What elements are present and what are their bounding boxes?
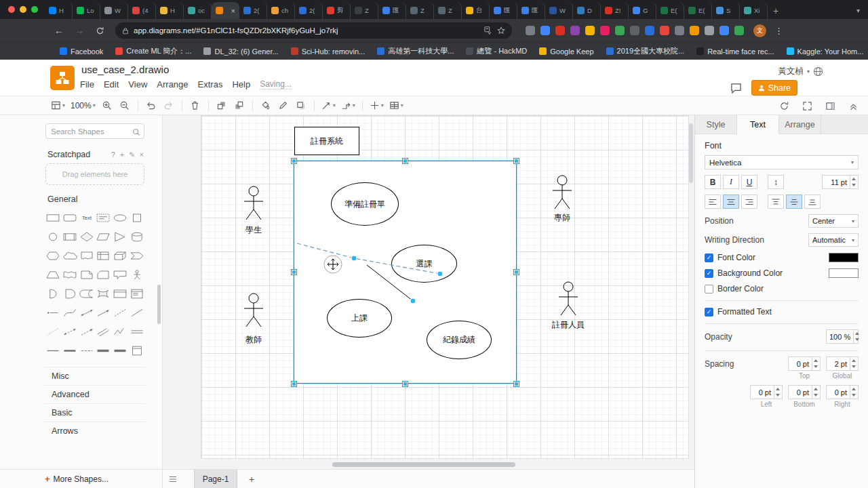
comments-icon[interactable] — [730, 83, 742, 94]
shape-actor[interactable] — [128, 265, 145, 284]
bookmark-item[interactable]: 高雄第一科技大學... — [377, 46, 454, 56]
shape-line[interactable] — [128, 303, 145, 322]
shape-textbox[interactable] — [95, 208, 112, 227]
browser-tab[interactable]: S — [712, 2, 740, 19]
shape-text[interactable]: Text — [78, 208, 95, 227]
writing-direction-select[interactable]: Automatic▾ — [808, 233, 859, 247]
back-button[interactable]: ← — [50, 22, 68, 39]
shape-list[interactable] — [128, 284, 145, 303]
section-general[interactable]: General — [47, 195, 142, 204]
valign-top-button[interactable] — [768, 195, 784, 209]
user-menu-chevron-icon[interactable]: ▾ — [807, 68, 810, 75]
vertical-text-button[interactable]: ↕ — [768, 175, 784, 189]
scratchpad-add-icon[interactable]: + — [120, 150, 124, 159]
border-color-checkbox[interactable] — [705, 285, 713, 293]
browser-tab[interactable]: Xi — [740, 2, 768, 19]
shape-bold-line[interactable] — [95, 341, 112, 360]
selection-handle-w[interactable] — [292, 270, 296, 274]
extension-icon[interactable] — [585, 26, 595, 35]
shape-tape[interactable] — [62, 265, 79, 284]
insert-button[interactable]: ▾ — [368, 98, 386, 114]
extension-icon[interactable] — [555, 26, 565, 35]
reset-view-button[interactable] — [776, 98, 792, 114]
search-shapes-input[interactable] — [45, 123, 144, 139]
menu-file[interactable]: File — [80, 79, 94, 89]
browser-tab[interactable]: E( — [656, 2, 684, 19]
shape-or[interactable] — [45, 284, 62, 303]
shape-curve[interactable] — [62, 303, 79, 322]
opacity-spin[interactable] — [853, 330, 858, 343]
shape-arrow[interactable] — [95, 303, 112, 322]
browser-tab[interactable]: H — [45, 2, 73, 19]
shape-bidirectional-arrow[interactable] — [78, 303, 95, 322]
fullscreen-button[interactable] — [799, 98, 815, 114]
menu-help[interactable]: Help — [232, 79, 250, 89]
shape-document[interactable] — [78, 246, 95, 265]
extension-icon[interactable] — [675, 26, 684, 35]
shape-diamond[interactable] — [78, 227, 95, 246]
page-tab[interactable]: Page-1 — [194, 470, 237, 488]
shape-data-storage[interactable] — [78, 284, 95, 303]
browser-menu-icon[interactable]: ⋮ — [770, 26, 787, 36]
format-panel-toggle-button[interactable] — [822, 98, 838, 114]
font-family-select[interactable]: Helvetica ▾ — [705, 155, 859, 169]
shape-trapezoid[interactable] — [45, 265, 62, 284]
shape-internal-storage[interactable] — [95, 246, 112, 265]
font-color-checkbox[interactable] — [705, 253, 713, 262]
shape-triangle[interactable] — [112, 227, 129, 246]
shape-step[interactable] — [128, 246, 145, 265]
to-front-button[interactable] — [214, 98, 230, 114]
actor-label-student[interactable]: 學生 — [230, 224, 277, 236]
diagram-canvas[interactable]: 註冊系統 準備註冊單 選課 上課 紀錄成績 學生 教師 專師 註冊人員 — [163, 115, 694, 469]
extension-icon[interactable] — [600, 26, 610, 35]
bookmark-item[interactable]: Kaggle: Your Hom... — [787, 47, 864, 56]
menu-extras[interactable]: Extras — [198, 79, 223, 89]
usecase-attend-class[interactable]: 上課 — [327, 299, 392, 338]
undo-button[interactable] — [143, 98, 159, 114]
collapse-toolbar-button[interactable] — [845, 98, 861, 114]
scratchpad-close-icon[interactable]: × — [140, 150, 144, 159]
browser-tab[interactable]: ch — [267, 2, 295, 19]
underline-button[interactable]: U — [741, 175, 757, 189]
section-misc[interactable]: Misc — [45, 367, 145, 385]
new-tab-button[interactable]: + — [768, 2, 784, 19]
section-advanced[interactable]: Advanced — [45, 385, 145, 403]
usecase-record-grades[interactable]: 紀錄成績 — [427, 321, 492, 359]
tab-text[interactable]: Text — [737, 115, 779, 134]
spacing-top-stepper[interactable]: 0 pt — [788, 357, 821, 371]
background-color-swatch[interactable] — [829, 268, 859, 278]
menu-arrange[interactable]: Arrange — [157, 79, 188, 89]
section-basic[interactable]: Basic — [45, 403, 145, 422]
align-right-button[interactable] — [741, 195, 757, 209]
menu-view[interactable]: View — [128, 79, 147, 89]
spacing-global-stepper[interactable]: 2 pt — [826, 357, 859, 371]
font-size-stepper[interactable]: 11 pt — [822, 175, 859, 189]
shape-horizontal-rule[interactable] — [62, 341, 79, 360]
actor-label-teacher[interactable]: 教師 — [230, 334, 277, 346]
valign-bottom-button[interactable] — [804, 195, 821, 209]
shape-list-item[interactable] — [45, 303, 62, 322]
extension-icon[interactable] — [719, 26, 729, 35]
browser-tab[interactable]: 匯 — [378, 2, 406, 19]
usecase-prepare-registration-form[interactable]: 準備註冊單 — [331, 182, 399, 226]
shape-switch[interactable] — [95, 284, 112, 303]
shape-container[interactable] — [112, 284, 129, 303]
extension-icon[interactable] — [615, 26, 625, 35]
bookmark-item[interactable]: Sci-Hub: removin... — [291, 47, 366, 56]
menu-edit[interactable]: Edit — [104, 79, 119, 89]
more-shapes-button[interactable]: + More Shapes... — [0, 470, 163, 488]
window-minimize-icon[interactable] — [20, 6, 26, 13]
extension-icon[interactable] — [734, 26, 744, 35]
extension-icon[interactable] — [705, 26, 714, 35]
browser-tab[interactable]: D — [573, 2, 601, 19]
shape-hexagon[interactable] — [45, 246, 62, 265]
window-zoom-icon[interactable] — [31, 6, 38, 13]
extension-icon[interactable] — [570, 26, 580, 35]
usecase-course-selection[interactable]: 選課 — [391, 245, 457, 283]
opacity-stepper[interactable]: 100 % — [826, 329, 859, 344]
omnibox[interactable]: app.diagrams.net/#G1nClC1t-fsQZDr2bXKRjf… — [115, 22, 512, 39]
shape-ellipse[interactable] — [112, 208, 129, 227]
browser-tab[interactable]: 匯 — [490, 2, 517, 19]
shape-rectangle[interactable] — [45, 208, 62, 227]
browser-tab[interactable]: 匯 — [517, 2, 545, 19]
